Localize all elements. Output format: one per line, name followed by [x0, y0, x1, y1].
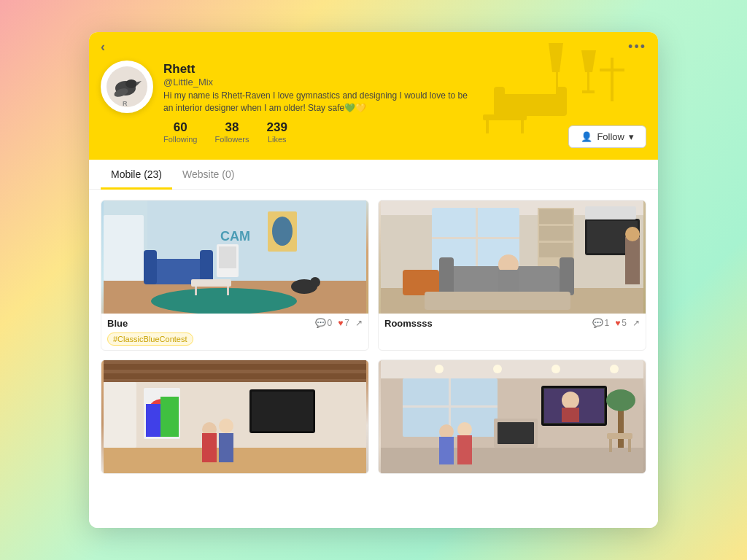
post-image-rustic	[101, 360, 368, 473]
svg-point-81	[493, 365, 502, 373]
heart-icon: ♥	[338, 318, 343, 328]
followers-stat: 38 Followers	[214, 120, 249, 144]
svg-rect-38	[219, 246, 236, 268]
tab-mobile[interactable]: Mobile (23)	[101, 160, 172, 190]
svg-point-75	[219, 419, 233, 433]
likes-number: 239	[267, 120, 287, 135]
profile-stats: 60 Following 38 Followers 239 Likes	[163, 120, 646, 144]
post-image-blue: CAM	[101, 201, 368, 314]
room-blue-svg: CAM	[101, 201, 368, 314]
heart-icon-rooms: ♥	[615, 318, 620, 328]
svg-rect-88	[403, 405, 498, 408]
svg-rect-48	[539, 243, 573, 257]
svg-rect-93	[562, 408, 579, 422]
svg-rect-74	[202, 433, 217, 462]
like-count-rooms: 5	[622, 318, 627, 328]
svg-rect-103	[609, 439, 612, 452]
profile-bio: Hi my name is Rhett-Raven I love gymnast…	[163, 90, 470, 114]
svg-point-36	[310, 277, 320, 287]
svg-rect-71	[146, 404, 160, 437]
room-rustic-svg	[101, 360, 368, 473]
post-card-rooms[interactable]: Roomssss 💬 1 ♥ 5 ↗	[378, 200, 646, 351]
svg-rect-53	[560, 257, 574, 295]
svg-rect-29	[144, 250, 157, 284]
svg-text:CAM: CAM	[220, 229, 250, 244]
svg-rect-47	[539, 226, 573, 241]
svg-rect-77	[104, 382, 136, 448]
svg-rect-59	[625, 237, 640, 284]
post-card-rustic[interactable]	[101, 359, 369, 474]
followers-label: Followers	[214, 135, 249, 144]
followers-number: 38	[225, 120, 239, 135]
svg-point-27	[272, 217, 293, 246]
comment-action-rooms[interactable]: 💬 1	[592, 318, 610, 328]
svg-rect-104	[628, 439, 631, 452]
svg-rect-52	[439, 257, 454, 295]
svg-point-92	[562, 392, 579, 409]
svg-text:R: R	[123, 100, 128, 107]
svg-point-60	[625, 227, 640, 241]
post-tag-blue[interactable]: #ClassicBlueContest	[101, 332, 368, 350]
share-icon-rooms[interactable]: ↗	[632, 318, 640, 328]
post-title-rooms: Roomssss	[384, 318, 433, 329]
likes-stat: 239 Likes	[267, 120, 287, 144]
svg-rect-64	[104, 373, 366, 379]
svg-rect-32	[191, 279, 231, 287]
svg-rect-72	[160, 397, 179, 437]
svg-rect-68	[252, 392, 313, 431]
svg-rect-24	[104, 215, 144, 281]
svg-rect-46	[539, 209, 573, 224]
post-card-blue[interactable]: CAM	[101, 200, 369, 351]
svg-rect-85	[381, 448, 643, 473]
room-living-svg	[379, 201, 646, 314]
svg-rect-33	[195, 287, 197, 295]
tab-website[interactable]: Website (0)	[172, 160, 244, 190]
svg-rect-63	[104, 364, 366, 370]
back-button[interactable]: ‹	[101, 39, 105, 55]
room-modern-svg	[379, 360, 646, 473]
like-count-blue: 7	[344, 318, 349, 328]
svg-rect-34	[227, 287, 229, 295]
content-grid: CAM	[89, 190, 658, 529]
post-image-modern	[379, 360, 646, 473]
profile-info: Rhett @Little_Mix Hi my name is Rhett-Ra…	[163, 61, 646, 144]
comment-count-blue: 0	[328, 318, 333, 328]
post-image-rooms	[379, 201, 646, 314]
post-actions-rooms: 💬 1 ♥ 5 ↗	[592, 318, 640, 328]
svg-rect-95	[498, 422, 534, 444]
svg-point-31	[151, 288, 297, 314]
svg-rect-102	[607, 433, 632, 439]
avatar-image: R	[105, 65, 149, 109]
comment-action-blue[interactable]: 💬 0	[315, 318, 333, 328]
share-icon[interactable]: ↗	[355, 318, 363, 328]
following-number: 60	[174, 120, 187, 135]
svg-rect-79	[381, 360, 643, 378]
tabs-bar: Mobile (23) Website (0)	[89, 160, 658, 190]
svg-rect-99	[457, 435, 472, 464]
comment-count-rooms: 1	[605, 318, 610, 328]
svg-point-80	[435, 365, 444, 373]
svg-rect-66	[104, 448, 366, 473]
post-title-blue: Blue	[107, 318, 128, 329]
profile-header: ‹ ••• R	[89, 32, 658, 160]
svg-rect-76	[219, 433, 233, 462]
like-action-blue[interactable]: ♥ 7	[338, 318, 349, 328]
svg-rect-30	[200, 250, 213, 284]
post-card-modern[interactable]	[378, 359, 646, 474]
avatar: R	[101, 61, 153, 113]
comment-icon: 💬	[315, 318, 326, 328]
svg-rect-43	[476, 208, 478, 273]
tag-label-blue: #ClassicBlueContest	[107, 332, 193, 346]
svg-rect-97	[439, 437, 454, 464]
svg-point-83	[610, 365, 619, 373]
post-footer-rooms: Roomssss 💬 1 ♥ 5 ↗	[379, 314, 646, 332]
svg-rect-58	[585, 206, 636, 219]
like-action-rooms[interactable]: ♥ 5	[615, 318, 627, 328]
following-label: Following	[163, 135, 197, 144]
svg-point-82	[551, 365, 560, 373]
comment-icon-rooms: 💬	[592, 318, 603, 328]
svg-rect-54	[403, 270, 439, 295]
profile-name: Rhett	[163, 62, 646, 77]
svg-point-98	[457, 422, 472, 437]
avatar-container: R	[101, 61, 153, 113]
